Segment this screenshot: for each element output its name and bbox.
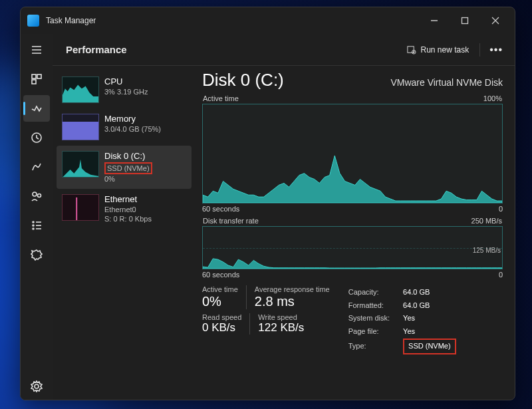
chart1-name: Active time	[203, 94, 239, 102]
prop-type-value-highlight: SSD (NVMe)	[403, 339, 456, 354]
chart1-xright: 0	[499, 205, 503, 213]
perf-item-memory[interactable]: Memory 3.0/4.0 GB (75%)	[57, 108, 192, 146]
perf-disk-name: Disk 0 (C:)	[104, 151, 152, 162]
titlebar[interactable]: Task Manager	[21, 7, 515, 34]
svg-rect-1	[462, 18, 468, 24]
svg-point-17	[33, 228, 34, 229]
active-time-chart-section: Active time 100% 60 seconds 0	[202, 94, 503, 213]
detail-panel: Disk 0 (C:) VMware Virtual NVMe Disk Act…	[196, 66, 515, 400]
svg-rect-7	[32, 74, 36, 78]
detail-device: VMware Virtual NVMe Disk	[390, 77, 503, 88]
perf-mem-name: Memory	[104, 114, 161, 124]
app-icon	[27, 15, 39, 27]
svg-marker-24	[63, 85, 98, 103]
prop-sysdisk-label: System disk:	[348, 313, 402, 325]
page-title: Performance	[66, 44, 127, 55]
perf-item-ethernet[interactable]: Ethernet Ethernet0 S: 0 R: 0 Kbps	[57, 189, 192, 229]
svg-point-15	[33, 225, 34, 226]
perf-item-cpu[interactable]: CPU 3% 3.19 GHz	[57, 71, 192, 108]
eth-thumb	[62, 194, 99, 221]
chart2-name: Disk transfer rate	[203, 217, 259, 225]
svg-point-11	[33, 192, 37, 196]
nav-performance[interactable]	[23, 95, 50, 122]
prop-pagefile-value: Yes	[403, 326, 456, 338]
hamburger-button[interactable]	[23, 37, 50, 63]
chart1-xleft: 60 seconds	[202, 205, 239, 213]
performance-sidebar: CPU 3% 3.19 GHz Memory 3.0/4.0 GB (75%)	[53, 66, 196, 400]
maximize-button[interactable]	[450, 7, 480, 34]
header-divider	[479, 43, 480, 57]
prop-type-label: Type:	[348, 339, 402, 354]
more-options-button[interactable]: •••	[484, 39, 508, 61]
nav-services[interactable]	[23, 241, 50, 268]
perf-cpu-name: CPU	[104, 76, 148, 87]
transfer-rate-chart[interactable]: 125 MB/s	[202, 226, 503, 269]
perf-disk-type-highlight: SSD (NVMe)	[104, 162, 152, 174]
avg-resp-label: Average response time	[255, 285, 330, 293]
read-speed-value: 0 KB/s	[202, 321, 241, 335]
active-time-chart[interactable]	[202, 104, 503, 204]
active-time-value: 0%	[202, 293, 238, 309]
prop-capacity-value: 64.0 GB	[403, 287, 456, 299]
svg-point-13	[33, 221, 34, 223]
run-new-task-label: Run new task	[420, 45, 469, 55]
prop-capacity-label: Capacity:	[348, 287, 402, 299]
perf-cpu-sub: 3% 3.19 GHz	[104, 87, 148, 96]
chart1-max: 100%	[483, 94, 502, 102]
nav-rail	[21, 34, 53, 400]
svg-rect-9	[32, 80, 36, 84]
stats-row: Active time 0% Average response time 2.8…	[202, 285, 503, 356]
chart2-xright: 0	[499, 271, 503, 279]
disk-thumb	[62, 151, 99, 178]
nav-app-history[interactable]	[23, 124, 50, 151]
svg-marker-28	[203, 259, 502, 269]
prop-formatted-label: Formatted:	[348, 300, 402, 312]
svg-rect-8	[37, 74, 41, 78]
perf-disk-pct: 0%	[104, 174, 152, 184]
perf-eth-name: Ethernet	[104, 194, 152, 205]
disk-properties: Capacity:64.0 GB Formatted:64.0 GB Syste…	[347, 285, 458, 356]
svg-marker-25	[63, 160, 98, 178]
memory-thumb	[62, 114, 99, 140]
prop-sysdisk-value: Yes	[403, 313, 456, 325]
run-new-task-button[interactable]: Run new task	[400, 39, 475, 61]
detail-title: Disk 0 (C:)	[202, 70, 284, 90]
read-speed-label: Read speed	[202, 313, 241, 321]
window-title: Task Manager	[46, 16, 96, 25]
svg-point-12	[38, 194, 41, 198]
chart2-max: 250 MB/s	[471, 217, 502, 225]
run-task-icon	[406, 45, 416, 55]
prop-pagefile-label: Page file:	[348, 326, 402, 338]
write-speed-label: Write speed	[258, 313, 304, 321]
write-speed-value: 122 KB/s	[258, 321, 304, 335]
chart2-midlabel: 125 MB/s	[473, 247, 501, 254]
minimize-button[interactable]	[419, 7, 450, 34]
perf-eth-adapter: Ethernet0	[104, 205, 152, 214]
nav-startup[interactable]	[23, 154, 50, 180]
perf-item-disk0[interactable]: Disk 0 (C:) SSD (NVMe) 0%	[57, 146, 192, 189]
task-manager-window: Task Manager Performance Run new	[20, 7, 515, 400]
avg-resp-value: 2.8 ms	[255, 293, 330, 309]
chart2-xleft: 60 seconds	[202, 271, 239, 279]
nav-users[interactable]	[23, 183, 50, 209]
transfer-chart-section: Disk transfer rate 250 MB/s 125 MB/s 60 …	[202, 217, 503, 279]
svg-point-19	[35, 384, 39, 388]
content-header: Performance Run new task •••	[53, 34, 515, 66]
nav-processes[interactable]	[23, 66, 50, 92]
nav-settings[interactable]	[23, 373, 50, 400]
active-time-label: Active time	[202, 285, 238, 293]
nav-details[interactable]	[23, 212, 50, 239]
svg-marker-27	[203, 156, 502, 203]
perf-eth-rate: S: 0 R: 0 Kbps	[104, 214, 152, 223]
cpu-thumb	[62, 76, 99, 103]
prop-formatted-value: 64.0 GB	[403, 300, 456, 312]
close-button[interactable]	[480, 7, 511, 34]
perf-mem-sub: 3.0/4.0 GB (75%)	[104, 124, 161, 134]
